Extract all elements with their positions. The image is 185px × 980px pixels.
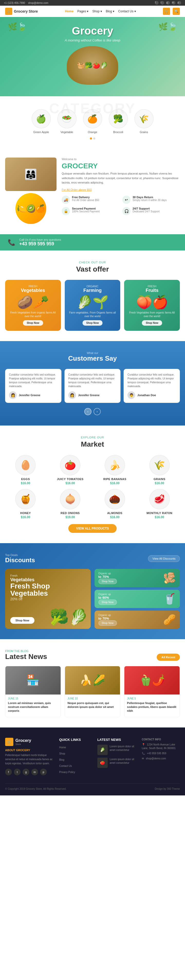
footer-link-blog[interactable]: Blog — [59, 757, 91, 762]
footer-logo-text: Grocery — [16, 738, 31, 743]
discount-main-veg: Fresh ShopVegetables — [10, 582, 85, 597]
welcome-link[interactable]: For All Order above $50 — [62, 188, 92, 191]
credit: Design by 360 Theme — [155, 788, 180, 790]
vegetables-shop-btn[interactable]: Shop Now — [23, 320, 43, 326]
discount-1-btn[interactable]: Shop Now — [98, 579, 117, 584]
phone-banner: 📞 Call Us if you have any questions +43 … — [0, 234, 185, 250]
market-honey[interactable]: 🍯 HONEY $16.00 — [5, 489, 46, 519]
fruits-shop-btn[interactable]: Shop Now — [142, 320, 162, 326]
footer-link-privacy[interactable]: Privacy Policy — [59, 770, 91, 774]
eggs-price: $16.00 — [5, 481, 46, 485]
footer-linkedin-icon[interactable]: in — [32, 768, 38, 775]
broccoli-label: Broccoli — [113, 130, 123, 134]
testimonial-3: Curabitur consectetur felis sed scelisqu… — [123, 369, 180, 403]
feature-delivery: 🚚 Free Delivery For All Order above $50 — [62, 196, 119, 204]
footer-social: f t g in p — [5, 768, 53, 775]
news-card-2[interactable]: 🍌🌽 JUNE 10 Neque porro quisquam est, qui… — [65, 666, 120, 717]
tomatoes-name: JUICY TOMATOES — [50, 477, 91, 480]
testimonial-next-btn[interactable]: › — [93, 408, 101, 415]
copyright: © Copyright 2019 Grocery Store. All Righ… — [5, 788, 66, 790]
nav-blog[interactable]: Blog ▾ — [106, 10, 114, 13]
news-section: From the blog Latest News All Recent 🏪 J… — [0, 639, 185, 727]
news-2-date: JUNE 10 — [68, 697, 118, 700]
testimonial-navigation: ‹ › — [5, 408, 180, 415]
category-green-apple[interactable]: 🍏 Green Apple — [32, 109, 51, 134]
footer-link-home[interactable]: Home — [59, 745, 91, 749]
contact-title: CONTACT INFO — [142, 738, 180, 741]
linkedin-icon[interactable]: in — [172, 1, 176, 5]
discount-3-btn[interactable]: Shop Now — [98, 620, 117, 626]
testimonial-prev-btn[interactable]: ‹ — [84, 408, 92, 415]
footer-news-title: LATEST NEWS — [97, 738, 135, 741]
news-2-headline: Neque porro quisquam est, qui dolorem ip… — [68, 701, 118, 709]
facebook-icon[interactable]: f — [155, 1, 158, 5]
dot-1[interactable] — [90, 137, 92, 140]
all-news-btn[interactable]: All Recent — [157, 654, 180, 661]
contact-address: 📍 1234 North Avenue Luke Lane, South Ben… — [142, 743, 180, 750]
discount-2-btn[interactable]: Shop Now — [98, 600, 117, 605]
footer-link-contact[interactable]: Contact Us — [59, 763, 91, 768]
market-grains[interactable]: 🌾 GRAINS $16.00 — [139, 455, 180, 485]
discount-2-tag: Organic up — [98, 593, 117, 596]
footer-contact: CONTACT INFO 📍 1234 North Avenue Luke La… — [142, 738, 180, 776]
welcome-circle-img: 🍋🥝🍊 — [16, 193, 46, 224]
discount-2-title: to 60% — [98, 596, 117, 600]
market-onions[interactable]: 🧅 RED ONIONS $19.00 — [50, 489, 91, 519]
discount-shop-btn[interactable]: Shop Now — [10, 617, 35, 624]
fruits-title: Fruits — [128, 288, 176, 293]
footer-pinterest-icon[interactable]: p — [40, 768, 47, 775]
almonds-name: ALMONDS — [95, 512, 135, 515]
author-2-name: Jennifer Greene — [78, 394, 100, 397]
search-button[interactable]: 🔍 — [173, 8, 180, 15]
top-email: shop@demo.com — [28, 2, 49, 5]
testimonial-1-text: Curabitur consectetur felis sed scelisqu… — [9, 373, 58, 388]
cart-button[interactable]: 🛒 — [163, 8, 170, 15]
top-bar-contact: +1 (123) 456-7890 shop@demo.com — [4, 2, 48, 5]
return-desc: Simply return it within 30 days — [133, 199, 167, 202]
dot-2[interactable] — [93, 137, 95, 140]
nav-shop[interactable]: Shop ▾ — [92, 10, 102, 13]
market-tomatoes[interactable]: 🍅 JUICY TOMATOES $16.00 — [50, 455, 91, 485]
pinterest-icon[interactable]: p — [177, 1, 181, 5]
market-bananas[interactable]: 🍌 RIPE BANANAS $16.00 — [95, 455, 135, 485]
discount-side-cards: Organic up to 70% Shop Now 🫚 Organic up … — [95, 569, 180, 629]
market-grid: 🥚 EGGS $16.00 🍅 JUICY TOMATOES $16.00 🍌 … — [5, 455, 180, 519]
footer-facebook-icon[interactable]: f — [5, 768, 12, 775]
welcome-images: 👨‍👩‍👧 🍋🥝🍊 — [5, 158, 57, 224]
testimonial-2-author: 👩 Jennifer Greene — [68, 391, 117, 399]
customers-section: What our Customers Say Curabitur consect… — [0, 341, 185, 425]
category-grains[interactable]: 🌾 Grains — [134, 109, 153, 134]
almonds-price: $16.00 — [95, 515, 135, 519]
grains-market-name: GRAINS — [139, 477, 180, 480]
welcome-features: 🚚 Free Delivery For All Order above $50 … — [62, 196, 180, 215]
hero-basket — [67, 46, 118, 85]
google-icon[interactable]: g — [166, 1, 170, 5]
author-2-avatar: 👩 — [68, 391, 76, 399]
nav-home[interactable]: Home — [65, 10, 73, 13]
discount-card-2: Organic up to 60% Shop Now 🥤 — [95, 590, 180, 608]
footer-google-icon[interactable]: g — [23, 768, 29, 775]
market-raton[interactable]: 🥩 MONTHLY RATON $16.00 — [139, 489, 180, 519]
testimonial-2-text: Curabitur consectetur felis sed scelisqu… — [68, 373, 117, 388]
bananas-img: 🍌 — [104, 455, 125, 476]
quick-links-title: QUICK LINKS — [59, 738, 91, 741]
footer-twitter-icon[interactable]: t — [14, 768, 21, 775]
view-all-products-btn[interactable]: VIEW ALL PRODUCTS — [68, 524, 116, 533]
discount-3-tag: Organic up — [98, 614, 117, 617]
nav-pages[interactable]: Pages ▾ — [77, 10, 89, 13]
footer-link-shop[interactable]: Shop — [59, 751, 91, 756]
category-bg-text: CATEGORY — [49, 100, 136, 117]
feature-payment: 🔒 Secured Payment 100% Secured Payment — [62, 207, 119, 215]
nav-contact[interactable]: Contact Us ▾ — [118, 10, 136, 13]
orange-label: Orange — [88, 130, 97, 134]
news-card-3[interactable]: 🫑🌶️ JUNE 5 Pellentesque feugiat, queltio… — [124, 666, 180, 717]
farming-shop-btn[interactable]: Shop Now — [82, 320, 103, 326]
view-all-discounts-btn[interactable]: View All Discounts — [148, 555, 180, 562]
market-almonds[interactable]: 🌰 ALMONDS $16.00 — [95, 489, 135, 519]
honey-price: $16.00 — [5, 515, 46, 519]
discount-card-3: Organic up to 70% Shop Now 🥜 — [95, 611, 180, 629]
twitter-icon[interactable]: t — [161, 1, 164, 5]
market-eggs[interactable]: 🥚 EGGS $16.00 — [5, 455, 46, 485]
navbar: 🛒 Grocery Store Home Pages ▾ Shop ▾ Blog… — [0, 6, 185, 17]
news-card-1[interactable]: 🏪 JUNE 15 Lorem ad minimas veniam, quis … — [5, 666, 61, 717]
